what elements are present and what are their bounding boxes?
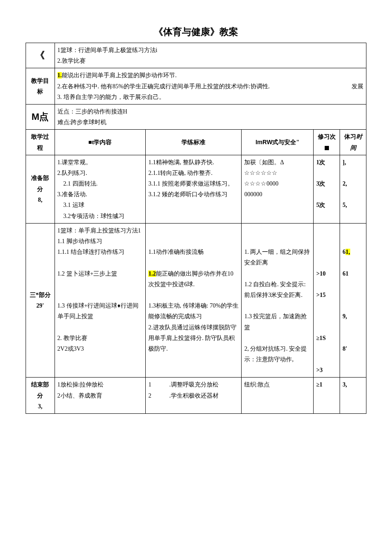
obj-2: 2.在各种练习中. 他有85%的学生正确完成行进间单手用上投篮的技术动作:协调性… [58,81,270,92]
main-t3: 9, [343,311,363,322]
obj-2-right: 发展 [343,81,363,92]
main-c11: 1.1 脚步动作练习 [58,236,143,247]
obj-1: 能说出行进间单手肩上投篮的脚步动作环节. [62,72,177,78]
prep-org: 加获〔如图。Δ ☆☆☆☆☆☆ ☆☆☆☆0000 000000 [242,155,314,223]
main-c111: 1.1.1 结合球连打动作练习 [58,247,143,257]
main-o1: 1. 两人一细，组之间保持安全距离 [244,247,311,268]
main-s12: 1.2能正确的做出脚步动作并在10次投篮中投进6球. [148,268,239,290]
end-content: 1放松操:拉伸放松 2小结、养成教育 [55,378,146,414]
hdr-org-txt: 式与安全" [272,139,300,145]
topic-label: 《 [26,43,55,68]
row-prep: 准备部分 8, 1.课堂常规。 2.队列练习. 2.1 四面转法. 3.准备活动… [26,155,366,223]
row-keypoints: M点 近点：三步的动作衔接连H 难点:跨步拿球时机 [26,104,366,129]
row-objectives: 教学目标 1.能说出行进间单手肩上投篮的脚步动作环节. 2.在各种练习中. 他有… [26,68,366,105]
end-count: ≥1 [314,378,340,414]
main-time: 61, 61 9, 8' [340,223,366,378]
hdr-time-pre: 体习 [344,134,356,140]
objectives-content: 1.能说出行进间单手肩上投篮的脚步动作环节. 2.在各种练习中. 他有85%的学… [55,68,366,105]
main-c12: 1.2 篮卜运球+三步上篮 [58,268,143,279]
main-s12-pre: 1.2 [148,270,156,277]
main-s11: 1.1动作准确衔接流畅 [148,247,239,257]
end-label: 结束部分 3, [26,378,55,414]
row-end: 结束部分 3, 1放松操:拉伸放松 2小结、养成教育 1 .调整呼吸充分放松 2… [26,378,366,414]
main-content: 1篮球：单手肩上投篮练习方法1 1.1 脚步动作练习 1.1.1 结合球连打动作… [55,223,146,378]
main-o12: 1.2 自投白枪. 安全提示:前后保持3米安全距离. [244,279,311,300]
main-label: 三*部分29' [26,223,55,378]
prep-content: 1.课堂常规。 2.队列练习. 2.1 四面转法. 3.准备活动. 3.1 运球… [55,155,146,223]
hdr-count: 修习次 [314,130,340,155]
hdr-standard: 学练标准 [146,130,242,155]
end-standard: 1 .调整呼吸充分放松 2 .学生积极收还器材 [146,378,242,414]
hdr-content-txt: 学内容 [94,139,112,145]
objectives-label: 教学目标 [26,68,55,105]
main-c1: 1篮球：单手肩上投篮练习方法1 [58,225,143,236]
obj-1-prefix: 1. [58,72,62,78]
main-c2b: 2V2或3V3 [58,343,143,354]
main-s2: 2.进攻队员通过运蛛传球摆脱防守用单手肩上投篮得分. 防守队员积极防守. [148,322,239,355]
prep-count: 1次 3次 5次 [314,155,340,223]
prep-standard: 1.1精神饱满, 整队静齐快. 2.1.1转向正确, 动作整齐. 3.1.1 按… [146,155,242,223]
main-s13: 1.3枳板主动, 传球港确: 70%的学生能修流畅的完成练习 [148,300,239,322]
main-standard: 1.1动作准确衔接流畅 1.2能正确的做出脚步动作并在10次投篮中投进6球. 1… [146,223,242,378]
main-o13: 1.3 投完篮后，加速跑抢篮 [244,311,311,332]
keypoints-label: M点 [26,104,55,129]
end-org: 纽织:散点 [242,378,314,414]
lesson-plan-table: 《 1篮球：行进间单手肩上极篮练习方法i 2.敦学比赛 教学目标 1.能说出行进… [26,43,366,414]
main-c2: 2. 教学比赛 [58,333,143,343]
main-t4: 8' [343,343,363,354]
main-t1b: 1, [346,249,350,255]
main-count-txt: >10 >15 ≥1S >3 [316,270,326,374]
main-s12-txt: 能正确的做出脚步动作并在10次投篮中投进6球. [148,270,233,288]
main-c13: 1.3 传接球+行进间运球♦行进间单手同上投篮 [58,300,143,322]
hdr-org-pre: ImRW [256,139,272,145]
prep-label: 准备部分 8, [26,155,55,223]
obj-3: 3. 培养自主学习的能力，敢于展示自己。 [58,94,165,100]
prep-time: ], 2, 5, [340,155,366,223]
keypoints-content: 近点：三步的动作衔接连H 难点:跨步拿球时机 [55,104,366,129]
page-title: 《体育与健康》教案 [26,26,366,38]
hdr-content: ■t学内容 [55,130,146,155]
main-org: 1. 两人一细，组之间保持安全距离 1.2 自投白枪. 安全提示:前后保持3米安… [242,223,314,378]
square-icon [325,146,329,150]
hdr-org: ImRW式与安全" [242,130,314,155]
row-main: 三*部分29' 1篮球：单手肩上投篮练习方法1 1.1 脚步动作练习 1.1.1… [26,223,366,378]
hdr-process: 敢学过程 [26,130,55,155]
hdr-count-txt: 修习次 [318,134,336,140]
main-t2: 61 [343,268,363,279]
hdr-time: 体习时间 [340,130,366,155]
table-header-row: 敢学过程 ■t学内容 学练标准 ImRW式与安全" 修习次 体习时间 [26,130,366,155]
row-topic: 《 1篮球：行进间单手肩上极篮练习方法i 2.敦学比赛 [26,43,366,68]
end-time: 3, [340,378,366,414]
main-count: >10 >15 ≥1S >3 [314,223,340,378]
hdr-content-pre: ■t [88,139,94,145]
main-o2: 2, 分组对抗练习. 安全提示：注意防守动作, [244,343,311,365]
topic-content: 1篮球：行进间单手肩上极篮练习方法i 2.敦学比赛 [55,43,366,68]
